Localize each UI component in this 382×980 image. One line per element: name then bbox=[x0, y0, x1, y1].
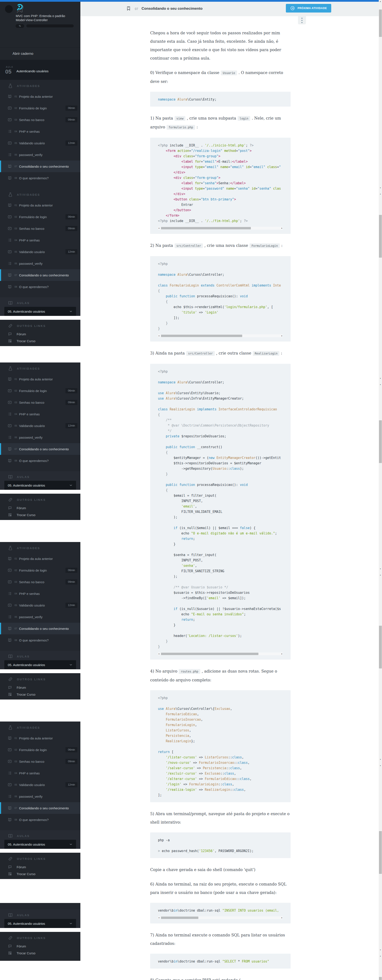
sidebar-item-activity-04[interactable]: 04PHP e senhas bbox=[0, 126, 80, 137]
sidebar-item-activity-04[interactable]: 04PHP e senhas bbox=[0, 588, 80, 600]
sidebar-item-activity-03[interactable]: 03Senhas no banco09min bbox=[0, 114, 80, 126]
sidebar-item-activity-07[interactable]: 07Consolidando o seu conhecimento bbox=[0, 269, 80, 281]
code-span: class bbox=[230, 766, 240, 770]
sidebar-item-activity-02[interactable]: 02Formulário de login06min bbox=[0, 385, 80, 396]
class-select[interactable]: 05. Autenticando usuários bbox=[4, 919, 76, 928]
open-notebook-button[interactable]: Abrir caderno bbox=[0, 48, 80, 60]
sidebar-item-activity-07[interactable]: 07Consolidando o seu conhecimento bbox=[0, 161, 80, 172]
sidebar-item-activity-01[interactable]: 01Projeto da aula anterior bbox=[0, 732, 80, 744]
class-select[interactable]: 05. Autenticando usuários bbox=[4, 840, 76, 849]
sidebar-item-activity-02[interactable]: 02Formulário de login06min bbox=[0, 565, 80, 576]
options-kebab-button[interactable] bbox=[298, 16, 306, 24]
scrollbar-thumb[interactable] bbox=[379, 831, 382, 874]
code-span bbox=[158, 165, 181, 169]
sidebar-item-activity-01[interactable]: 01Projeto da aula anterior bbox=[0, 373, 80, 385]
scrollbar-thumb[interactable] bbox=[379, 977, 382, 980]
code-span: class bbox=[232, 756, 242, 759]
sidebar-item-activity-07[interactable]: 07Consolidando o seu conhecimento bbox=[0, 443, 80, 455]
scrollbar-arrow[interactable]: ▴ bbox=[379, 764, 382, 767]
sidebar-item-activity-01[interactable]: 01Projeto da aula anterior bbox=[0, 91, 80, 102]
other-links-header-label: OUTROS LINKS bbox=[17, 324, 46, 328]
activity-number: 03 bbox=[14, 760, 17, 763]
sidebar-link-trocar-curso[interactable]: Trocar Curso bbox=[0, 870, 80, 877]
sidebar-item-activity-03[interactable]: 03Senhas no banco09min bbox=[0, 223, 80, 234]
inline-code-chip: FormularioLogin bbox=[249, 243, 280, 248]
sidebar-item-activity-02[interactable]: 02Formulário de login06min bbox=[0, 211, 80, 223]
scrollbar-arrow[interactable]: ▴ bbox=[379, 574, 382, 576]
sidebar-item-activity-07[interactable]: 07Consolidando o seu conhecimento bbox=[0, 802, 80, 814]
link-label: Trocar Curso bbox=[17, 339, 35, 343]
code-scrollbar-thumb[interactable] bbox=[161, 653, 258, 655]
scrollbar-thumb[interactable] bbox=[379, 626, 382, 668]
sidebar-item-activity-03[interactable]: 03Senhas no banco09min bbox=[0, 756, 80, 767]
code-line: $senha = filter_input( bbox=[158, 552, 283, 558]
scrollbar-arrow[interactable]: ▾ bbox=[379, 759, 382, 760]
code-span: Entrar bbox=[158, 203, 193, 207]
sidebar-item-activity-08[interactable]: 08O que aprendemos? bbox=[0, 455, 80, 466]
sidebar-link-forum[interactable]: Fórum bbox=[0, 504, 80, 511]
collapse-sidebar-button[interactable] bbox=[5, 5, 13, 13]
code-line: '/listar-cursos' => ListarCursos::class, bbox=[158, 755, 283, 760]
scrollbar-arrow[interactable]: ▴ bbox=[379, 193, 382, 195]
next-activity-button[interactable]: PRÓXIMA ATIVIDADE bbox=[286, 4, 331, 13]
scrollbar-thumb[interactable] bbox=[379, 10, 382, 37]
sidebar-item-activity-05[interactable]: 05Validando usuário12min bbox=[0, 600, 80, 611]
scrollbar-arrow[interactable]: ▾ bbox=[379, 949, 382, 951]
code-horizontal-scrollbar[interactable]: ◂▸ bbox=[158, 652, 283, 655]
scrollbar-thumb[interactable] bbox=[379, 215, 382, 258]
page-scrollbar[interactable]: ▲ ▾▴▾▴▾▴▾▴▾▴ bbox=[379, 0, 382, 980]
code-scrollbar-thumb[interactable] bbox=[161, 916, 198, 919]
scrollbar-thumb[interactable] bbox=[379, 420, 382, 463]
sidebar-link-forum[interactable]: Fórum bbox=[0, 684, 80, 691]
code-horizontal-scrollbar[interactable]: ◂▸ bbox=[158, 227, 283, 229]
sidebar-item-activity-01[interactable]: 01Projeto da aula anterior bbox=[0, 199, 80, 211]
sidebar-item-activity-05[interactable]: 05Validando usuário12min bbox=[0, 137, 80, 149]
code-span: '/listar-cursos' bbox=[166, 756, 197, 759]
code-scrollbar-thumb[interactable] bbox=[161, 227, 251, 229]
sidebar-item-activity-05[interactable]: 05Validando usuário12min bbox=[0, 420, 80, 431]
code-span: => bbox=[181, 782, 189, 786]
sidebar-item-activity-05[interactable]: 05Validando usuário12min bbox=[0, 779, 80, 791]
code-horizontal-scrollbar[interactable]: ◂▸ bbox=[158, 334, 283, 337]
sidebar-item-activity-03[interactable]: 03Senhas no banco09min bbox=[0, 396, 80, 408]
sidebar-item-activity-08[interactable]: 08O que aprendemos? bbox=[0, 814, 80, 826]
sidebar-item-activity-04[interactable]: 04PHP e senhas bbox=[0, 767, 80, 779]
code-scrollbar-thumb[interactable] bbox=[161, 335, 242, 337]
sidebar-link-trocar-curso[interactable]: Trocar Curso bbox=[0, 691, 80, 698]
sidebar-item-activity-01[interactable]: 01Projeto da aula anterior bbox=[0, 553, 80, 565]
scrollbar-arrow[interactable]: ▴ bbox=[379, 383, 382, 385]
sidebar-item-activity-05[interactable]: 05Validando usuário12min bbox=[0, 246, 80, 258]
sidebar-link-trocar-curso[interactable]: Trocar Curso bbox=[0, 950, 80, 956]
sidebar-item-activity-04[interactable]: 04PHP e senhas bbox=[0, 408, 80, 420]
sidebar-item-activity-06[interactable]: 06password_verify bbox=[0, 258, 80, 269]
sidebar-link-trocar-curso[interactable]: Trocar Curso bbox=[0, 511, 80, 518]
scrollbar-arrow[interactable]: ▴ bbox=[379, 955, 382, 957]
sidebar-item-activity-04[interactable]: 04PHP e senhas bbox=[0, 234, 80, 246]
activity-number: 02 bbox=[14, 390, 17, 392]
sidebar-item-activity-02[interactable]: 02Formulário de login06min bbox=[0, 744, 80, 756]
scrollbar-arrow[interactable]: ▾ bbox=[379, 568, 382, 570]
sidebar-item-activity-06[interactable]: 06password_verify bbox=[0, 791, 80, 802]
sidebar-link-forum[interactable]: Fórum bbox=[0, 864, 80, 870]
class-select[interactable]: 05. Autenticando usuários bbox=[4, 481, 76, 490]
sidebar-item-activity-03[interactable]: 03Senhas no banco09min bbox=[0, 576, 80, 588]
sidebar-item-activity-02[interactable]: 02Formulário de login06min bbox=[0, 102, 80, 114]
sidebar-item-activity-06[interactable]: 06password_verify bbox=[0, 611, 80, 623]
sidebar-item-activity-08[interactable]: 08O que aprendemos? bbox=[0, 281, 80, 293]
sidebar-item-activity-08[interactable]: 08O que aprendemos? bbox=[0, 634, 80, 646]
scroll-up-arrow[interactable]: ▲ bbox=[379, 0, 382, 2]
scrollbar-arrow[interactable]: ▾ bbox=[379, 377, 382, 379]
class-select[interactable]: 05. Autenticando usuários bbox=[4, 660, 76, 669]
class-select[interactable]: 05. Autenticando usuários bbox=[4, 307, 76, 316]
sidebar-item-activity-06[interactable]: 06password_verify bbox=[0, 431, 80, 443]
sidebar-link-trocar-curso[interactable]: Trocar Curso bbox=[0, 337, 80, 344]
gridicon-icon bbox=[8, 513, 12, 517]
sidebar-item-activity-06[interactable]: 06password_verify bbox=[0, 149, 80, 161]
sidebar-link-forum[interactable]: Fórum bbox=[0, 943, 80, 950]
code-span: '/../inicio-html.php' bbox=[205, 143, 246, 147]
sidebar-item-activity-07[interactable]: 07Consolidando o seu conhecimento bbox=[0, 623, 80, 634]
sidebar-link-forum[interactable]: Fórum bbox=[0, 331, 80, 337]
code-horizontal-scrollbar[interactable]: ◂▸ bbox=[158, 916, 283, 919]
scrollbar-arrow[interactable]: ▾ bbox=[379, 187, 382, 189]
sidebar-item-activity-08[interactable]: 08O que aprendemos? bbox=[0, 172, 80, 184]
